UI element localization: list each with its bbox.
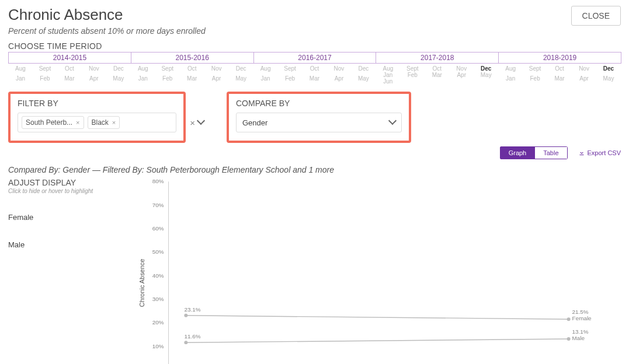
year-tab[interactable]: 2017-2018 (376, 52, 499, 64)
month-label[interactable]: May (351, 75, 376, 85)
year-tab[interactable]: 2016-2017 (253, 52, 377, 64)
compare-by-panel: COMPARE BY Gender (227, 92, 411, 143)
export-csv-button[interactable]: Export CSV (578, 149, 621, 156)
filter-by-title: FILTER BY (18, 99, 176, 108)
month-label[interactable]: Aug (131, 65, 155, 75)
month-label[interactable]: Jan (131, 75, 155, 85)
remove-chip-icon[interactable]: × (76, 119, 79, 126)
compare-select[interactable]: Gender (236, 113, 402, 132)
month-label[interactable]: Apr (326, 75, 351, 85)
svg-text:70%: 70% (152, 202, 164, 208)
month-label[interactable]: Feb (523, 75, 547, 85)
month-label[interactable]: May (474, 72, 498, 78)
month-label[interactable]: Mar (303, 75, 327, 85)
month-label[interactable]: Mar (180, 75, 204, 85)
month-label[interactable]: Dec (596, 65, 621, 75)
adjust-display-title: ADJUST DISPLAY (8, 178, 134, 187)
filter-chip[interactable]: South Peterb...× (22, 116, 84, 129)
month-label[interactable]: Dec (229, 65, 253, 75)
months-row: AugSeptOctNovDecJanFebMarAprMayAugSeptOc… (8, 65, 621, 85)
adjust-display-hint: Click to hide or hover to highlight (8, 188, 134, 194)
chart: Chronic Absence80%70%60%50%40%30%20%10%D… (134, 178, 621, 364)
svg-text:40%: 40% (152, 272, 164, 279)
legend-item-male[interactable]: Male (8, 240, 134, 249)
month-label[interactable]: Dec (106, 65, 131, 75)
page-title: Chronic Absence (8, 6, 206, 24)
month-label[interactable]: Dec (351, 65, 376, 75)
month-label[interactable]: Sept (523, 65, 547, 75)
month-label[interactable]: Feb (33, 75, 57, 85)
month-label[interactable]: Nov (82, 65, 106, 75)
filter-input[interactable]: South Peterb...× Black× (18, 113, 176, 132)
month-label[interactable]: Oct (425, 65, 449, 72)
compare-by-title: COMPARE BY (236, 99, 402, 108)
month-label[interactable]: Nov (204, 65, 229, 75)
svg-text:20%: 20% (152, 319, 164, 326)
view-toggle: Graph Table (500, 146, 568, 159)
month-label[interactable]: Jan (8, 75, 33, 85)
svg-line-28 (186, 339, 568, 342)
svg-point-29 (184, 341, 187, 344)
month-label[interactable]: Apr (82, 75, 106, 85)
month-label[interactable]: Feb (400, 72, 425, 78)
download-icon (578, 149, 585, 156)
month-label[interactable]: May (106, 75, 131, 85)
export-label: Export CSV (588, 149, 621, 156)
month-label[interactable]: Sept (155, 65, 180, 75)
month-label[interactable]: Nov (449, 65, 474, 72)
svg-point-23 (184, 314, 187, 317)
month-label[interactable]: Oct (547, 65, 572, 75)
month-label[interactable]: Jun (376, 78, 400, 85)
month-label[interactable]: May (596, 75, 621, 85)
close-button[interactable]: CLOSE (571, 6, 621, 26)
month-label[interactable]: Mar (425, 72, 449, 78)
month-label[interactable]: Nov (572, 65, 596, 75)
month-label[interactable]: Mar (57, 75, 82, 85)
svg-text:13.1%: 13.1% (572, 328, 589, 335)
table-toggle[interactable]: Table (535, 146, 567, 159)
month-label[interactable]: Apr (204, 75, 229, 85)
month-label[interactable]: Oct (180, 65, 204, 75)
month-label[interactable]: Sept (33, 65, 57, 75)
month-label[interactable]: Apr (449, 72, 474, 78)
month-label[interactable]: Jan (498, 75, 523, 85)
month-label[interactable]: Jan (376, 72, 400, 78)
clear-filters-icon[interactable]: × (190, 118, 195, 128)
month-label[interactable]: Oct (57, 65, 82, 75)
month-label[interactable]: May (229, 75, 253, 85)
page-subtitle: Percent of students absent 10% or more d… (8, 26, 206, 36)
legend-item-female[interactable]: Female (8, 213, 134, 222)
month-label[interactable]: Aug (253, 65, 278, 75)
chevron-down-icon (390, 118, 395, 127)
month-label[interactable]: Sept (400, 65, 425, 72)
month-label[interactable]: Aug (376, 65, 400, 72)
year-tab[interactable]: 2014-2015 (8, 52, 131, 64)
time-period-label: CHOOSE TIME PERIOD (8, 41, 621, 51)
svg-text:21.5%: 21.5% (572, 309, 589, 315)
compare-value: Gender (242, 118, 267, 127)
svg-point-24 (567, 317, 571, 321)
month-label[interactable]: Oct (303, 65, 327, 75)
chevron-down-icon[interactable] (198, 117, 204, 128)
year-tab[interactable]: 2015-2016 (131, 52, 254, 64)
month-label[interactable]: Aug (8, 65, 33, 75)
svg-text:50%: 50% (152, 249, 164, 255)
month-label[interactable]: Feb (155, 75, 180, 85)
month-label[interactable]: Jan (253, 75, 278, 85)
month-label[interactable]: Nov (326, 65, 351, 75)
month-label[interactable]: Mar (547, 75, 572, 85)
month-label[interactable]: Dec (474, 65, 498, 72)
month-label[interactable]: Apr (572, 75, 596, 85)
month-label[interactable]: Feb (278, 75, 303, 85)
chip-label: Black (92, 118, 109, 127)
month-label[interactable]: Sept (278, 65, 303, 75)
filter-chip[interactable]: Black× (88, 116, 120, 129)
year-tab[interactable]: 2018-2019 (498, 52, 621, 64)
graph-toggle[interactable]: Graph (500, 146, 536, 159)
svg-text:60%: 60% (152, 225, 164, 232)
month-label[interactable]: Aug (498, 65, 523, 75)
svg-text:23.1%: 23.1% (184, 306, 200, 313)
remove-chip-icon[interactable]: × (112, 119, 116, 126)
year-tabs: 2014-2015 2015-2016 2016-2017 2017-2018 … (8, 52, 621, 64)
svg-line-22 (186, 316, 568, 319)
